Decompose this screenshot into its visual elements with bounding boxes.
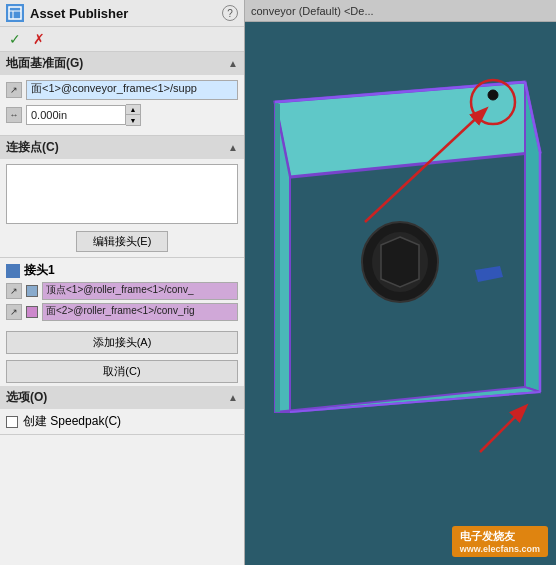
offset-input-row: ↔ ▲ ▼: [6, 104, 238, 126]
right-panel: conveyor (Default) <De...: [245, 0, 556, 565]
face-input-row: ↗ 面<1>@conveyor_frame<1>/supp: [6, 80, 238, 100]
ground-plane-header[interactable]: 地面基准面(G) ▲: [0, 52, 244, 75]
connector-row-1: ↗ 顶点<1>@roller_frame<1>/conv_: [6, 282, 238, 300]
connector-row1-color: [26, 285, 38, 297]
title-bar: Asset Publisher ?: [0, 0, 244, 27]
offset-value-input[interactable]: [26, 105, 126, 125]
connection-points-header[interactable]: 连接点(C) ▲: [0, 136, 244, 159]
ground-plane-content: ↗ 面<1>@conveyor_frame<1>/supp ↔ ▲ ▼: [0, 75, 244, 135]
connector-block: 接头1 ↗ 顶点<1>@roller_frame<1>/conv_ ↗ 面<2>…: [0, 258, 244, 328]
viewport-title: conveyor (Default) <De...: [251, 5, 374, 17]
offset-spin: ▲ ▼: [26, 104, 141, 126]
options-header[interactable]: 选项(O) ▲: [0, 386, 244, 409]
connector-row2-color: [26, 306, 38, 318]
collapse-arrow-conn: ▲: [228, 142, 238, 153]
left-panel: Asset Publisher ? ✓ ✗ 地面基准面(G) ▲ ↗ 面<1>@…: [0, 0, 245, 565]
connector-row2-input[interactable]: 面<2>@roller_frame<1>/conv_rig: [42, 303, 238, 321]
connector-icon: [6, 264, 20, 278]
connection-points-textarea[interactable]: [6, 164, 238, 224]
watermark: 电子发烧友 www.elecfans.com: [452, 526, 548, 557]
svg-marker-15: [381, 237, 419, 287]
svg-marker-8: [275, 102, 280, 412]
options-section: 选项(O) ▲ 创建 Speedpak(C): [0, 386, 244, 435]
watermark-line2: www.elecfans.com: [460, 544, 540, 554]
toolbar: ✓ ✗: [0, 27, 244, 52]
spin-down-btn[interactable]: ▼: [126, 115, 140, 125]
connector-row2-arrow[interactable]: ↗: [6, 304, 22, 320]
cancel-connector-button[interactable]: 取消(C): [6, 360, 238, 383]
spin-arrows: ▲ ▼: [126, 104, 141, 126]
scene-svg: [245, 22, 556, 565]
connector-title: 接头1: [6, 262, 238, 279]
confirm-button[interactable]: ✓: [6, 30, 24, 48]
svg-point-19: [488, 90, 498, 100]
viewport-topbar: conveyor (Default) <De...: [245, 0, 556, 22]
face-input-field[interactable]: 面<1>@conveyor_frame<1>/supp: [26, 80, 238, 100]
watermark-line1: 电子发烧友: [460, 529, 540, 544]
add-connector-button[interactable]: 添加接头(A): [6, 331, 238, 354]
app-icon: [6, 4, 24, 22]
collapse-arrow-ground: ▲: [228, 58, 238, 69]
svg-rect-0: [9, 7, 21, 19]
offset-direction-btn[interactable]: ↔: [6, 107, 22, 123]
connector-row1-input[interactable]: 顶点<1>@roller_frame<1>/conv_: [42, 282, 238, 300]
edit-connector-button[interactable]: 编辑接头(E): [76, 231, 169, 252]
ground-plane-section: 地面基准面(G) ▲ ↗ 面<1>@conveyor_frame<1>/supp…: [0, 52, 244, 136]
viewport-3d[interactable]: 电子发烧友 www.elecfans.com: [245, 22, 556, 565]
connection-points-section: 连接点(C) ▲ 编辑接头(E): [0, 136, 244, 258]
connector-row-2: ↗ 面<2>@roller_frame<1>/conv_rig: [6, 303, 238, 321]
speedpak-label: 创建 Speedpak(C): [23, 413, 121, 430]
connector-row1-arrow[interactable]: ↗: [6, 283, 22, 299]
face-direction-btn[interactable]: ↗: [6, 82, 22, 98]
speedpak-checkbox[interactable]: [6, 416, 18, 428]
connection-points-content: 编辑接头(E): [0, 159, 244, 257]
title-text: Asset Publisher: [30, 6, 216, 21]
help-button[interactable]: ?: [222, 5, 238, 21]
spin-up-btn[interactable]: ▲: [126, 105, 140, 115]
collapse-arrow-options: ▲: [228, 392, 238, 403]
speedpak-option-row: 创建 Speedpak(C): [0, 409, 244, 434]
cancel-button[interactable]: ✗: [30, 30, 48, 48]
